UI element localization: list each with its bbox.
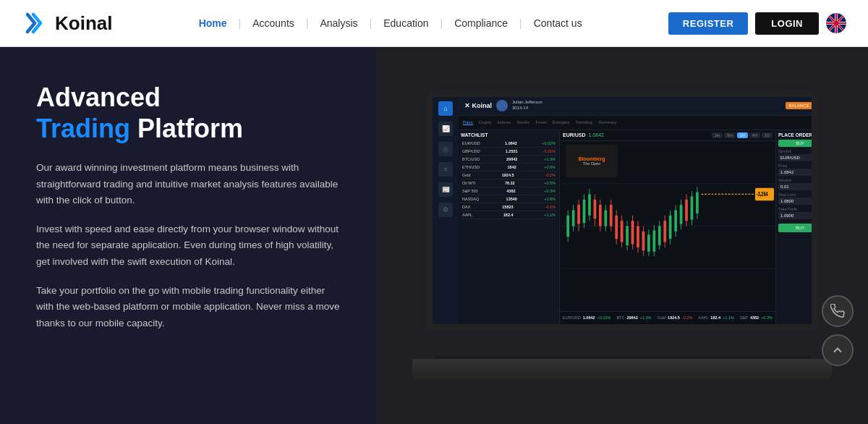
- svg-text:-3,264: -3,264: [757, 190, 768, 198]
- laptop-base: [412, 359, 832, 381]
- laptop-wrapper: ⌂ 📈 ◎ ≡ 📰 ⚙ ✕ Koina: [412, 91, 832, 381]
- platform-nav-summary[interactable]: Summary: [598, 120, 617, 124]
- order-price-field: Price 1.0842: [778, 164, 812, 176]
- register-button[interactable]: REGISTER: [668, 12, 748, 35]
- nav-home[interactable]: Home: [187, 17, 239, 29]
- sidebar-portfolio-icon[interactable]: ◎: [438, 142, 453, 156]
- order-panel: PLACE ORDER BUY SELL Symbol EUR/USD: [775, 130, 812, 324]
- koinal-logo-icon: [22, 9, 51, 38]
- watch-item-9[interactable]: DAX 15823 -0.1%: [461, 203, 557, 211]
- order-sl-field: Stop Loss 1.0800: [778, 192, 812, 205]
- platform-nav-forex[interactable]: Forex: [535, 120, 546, 124]
- hero-paragraph-1: Our award winning investment platform me…: [36, 160, 340, 208]
- chart-svg: -3,264: [560, 141, 775, 311]
- laptop-screen-inner: ⌂ 📈 ◎ ≡ 📰 ⚙ ✕ Koina: [433, 97, 812, 324]
- laptop-screen: ⌂ 📈 ◎ ≡ 📰 ⚙ ✕ Koina: [427, 91, 817, 330]
- sidebar-orders-icon[interactable]: ≡: [438, 162, 453, 177]
- chart-live-price: 1.0842: [589, 132, 604, 137]
- hero-section: Advanced Trading Platform Our award winn…: [0, 47, 868, 424]
- execute-buy-button[interactable]: BUY: [778, 224, 812, 232]
- watch-item-4[interactable]: ETH/USD 1842 +0.8%: [461, 164, 557, 171]
- nav-analysis[interactable]: Analysis: [308, 17, 369, 29]
- order-volume-value[interactable]: 0.01: [778, 183, 812, 190]
- platform-nav-crypto[interactable]: Crypto: [479, 120, 492, 124]
- main-nav: Home | Accounts | Analysis | Education |…: [187, 17, 594, 29]
- hero-title-white: Platform: [130, 114, 243, 143]
- sidebar-home-icon[interactable]: ⌂: [438, 101, 453, 116]
- nav-compliance[interactable]: Compliance: [443, 17, 519, 29]
- platform-nav-indices[interactable]: Indices: [497, 120, 511, 124]
- ticker-eurusd: EUR/USD 1.0842 +0.02%: [563, 315, 610, 320]
- platform-nav-stocks[interactable]: Stocks: [516, 120, 529, 124]
- sidebar-settings-icon[interactable]: ⚙: [438, 203, 453, 217]
- watch-item-10[interactable]: AAPL 182.4 +1.1%: [461, 211, 557, 219]
- watch-item-8[interactable]: NASDAQ 13540 +0.6%: [461, 195, 557, 203]
- watchlist-panel: WATCHLIST EUR/USD 1.0842 +0.02% GBP/USD: [459, 130, 560, 324]
- platform-action-buttons: BALANCE EQUITY PROFIT: [786, 102, 812, 109]
- order-volume-field: Volume 0.01: [778, 178, 812, 190]
- header-right: REGISTER LOGIN: [668, 12, 846, 35]
- chart-btn-5m[interactable]: 5m: [724, 132, 736, 138]
- order-title: PLACE ORDER: [778, 132, 812, 137]
- platform-topbar: ✕ Koinal Julian Jefferson 3014-14 BALANC…: [459, 97, 812, 116]
- nav-accounts[interactable]: Accounts: [241, 17, 306, 29]
- chart-btn-1d[interactable]: 1D: [762, 132, 773, 138]
- ticker-sp500: S&P 4382 +0.3%: [740, 315, 773, 320]
- order-sl-value[interactable]: 1.0800: [778, 198, 812, 205]
- platform-main: ✕ Koinal Julian Jefferson 3014-14 BALANC…: [459, 97, 812, 324]
- scroll-top-fab[interactable]: [822, 334, 854, 366]
- nav-education[interactable]: Education: [372, 17, 440, 29]
- phone-fab[interactable]: [822, 295, 854, 327]
- platform-username: Julian Jefferson: [512, 100, 542, 106]
- order-price-value[interactable]: 1.0842: [778, 169, 812, 176]
- watch-item-6[interactable]: Oil WTI 76.32 +0.5%: [461, 179, 557, 187]
- watchlist-title: WATCHLIST: [461, 132, 557, 137]
- chart-controls: EUR/USD 1.0842 1m 5m 1H 4H 1D: [560, 130, 775, 141]
- buy-tab[interactable]: BUY: [778, 140, 812, 147]
- language-selector[interactable]: [826, 13, 846, 33]
- chart-svg-area: -3,264: [560, 141, 775, 311]
- watch-item-3[interactable]: BTC/USD 29842 +1.3%: [461, 156, 557, 164]
- order-tp-value[interactable]: 1.0900: [778, 212, 812, 219]
- sidebar-news-icon[interactable]: 📰: [438, 182, 453, 197]
- chart-btn-1h[interactable]: 1H: [737, 132, 748, 138]
- chart-btn-1m[interactable]: 1m: [712, 132, 723, 138]
- watch-item-5[interactable]: Gold 1924.5 -0.2%: [461, 171, 557, 179]
- platform-avatar: [496, 100, 508, 111]
- ticker-aapl: AAPL 182.4 +1.1%: [698, 315, 734, 320]
- hero-title-line1: Advanced: [36, 83, 340, 112]
- platform-sidebar: ⌂ 📈 ◎ ≡ 📰 ⚙: [433, 97, 459, 324]
- platform-nav-pairs[interactable]: Pairs: [463, 120, 473, 125]
- hero-paragraphs: Our award winning investment platform me…: [36, 160, 340, 331]
- hero-title-blue: Trading: [36, 114, 130, 143]
- watch-item-2[interactable]: GBP/USD 1.2531 -0.01%: [461, 148, 557, 156]
- hero-paragraph-2: Invest with speed and ease directly from…: [36, 221, 340, 270]
- laptop-container: ⌂ 📈 ◎ ≡ 📰 ⚙ ✕ Koina: [376, 47, 868, 424]
- order-type-tabs: BUY SELL: [778, 140, 812, 147]
- price-ticker: EUR/USD 1.0842 +0.02% BTC 29842 +1: [560, 311, 775, 324]
- balance-button[interactable]: BALANCE: [786, 102, 812, 109]
- order-symbol-field: Symbol EUR/USD: [778, 149, 812, 161]
- logo-text: Koinal: [55, 12, 112, 35]
- ticker-gold: Gold 1924.5 -0.2%: [657, 315, 692, 320]
- order-tp-field: Take Profit 1.0900: [778, 207, 812, 219]
- header: Koinal Home | Accounts | Analysis | Educ…: [0, 0, 868, 47]
- sidebar-chart-icon[interactable]: 📈: [438, 122, 453, 136]
- chart-type-buttons: 1m 5m 1H 4H 1D: [712, 132, 773, 138]
- fab-container: [822, 295, 854, 366]
- platform-nav-trending[interactable]: Trending: [575, 120, 592, 124]
- logo-area[interactable]: Koinal: [22, 9, 112, 38]
- platform-user-info: Julian Jefferson 3014-14: [512, 100, 542, 111]
- chart-panel: EUR/USD 1.0842 1m 5m 1H 4H 1D: [560, 130, 775, 324]
- watch-item-7[interactable]: S&P 500 4382 +0.3%: [461, 187, 557, 195]
- nav-contact[interactable]: Contact us: [522, 17, 594, 29]
- platform-nav-energies[interactable]: Energies: [553, 120, 570, 124]
- chart-btn-4h[interactable]: 4H: [749, 132, 760, 138]
- platform-content: WATCHLIST EUR/USD 1.0842 +0.02% GBP/USD: [459, 130, 812, 324]
- watch-item-1[interactable]: EUR/USD 1.0842 +0.02%: [461, 140, 557, 148]
- login-button[interactable]: LOGIN: [755, 12, 819, 35]
- platform-ui: ⌂ 📈 ◎ ≡ 📰 ⚙ ✕ Koina: [433, 97, 812, 324]
- hero-right: ⌂ 📈 ◎ ≡ 📰 ⚙ ✕ Koina: [376, 47, 868, 424]
- platform-logo: ✕ Koinal: [464, 102, 492, 109]
- order-symbol-value[interactable]: EUR/USD: [778, 154, 812, 161]
